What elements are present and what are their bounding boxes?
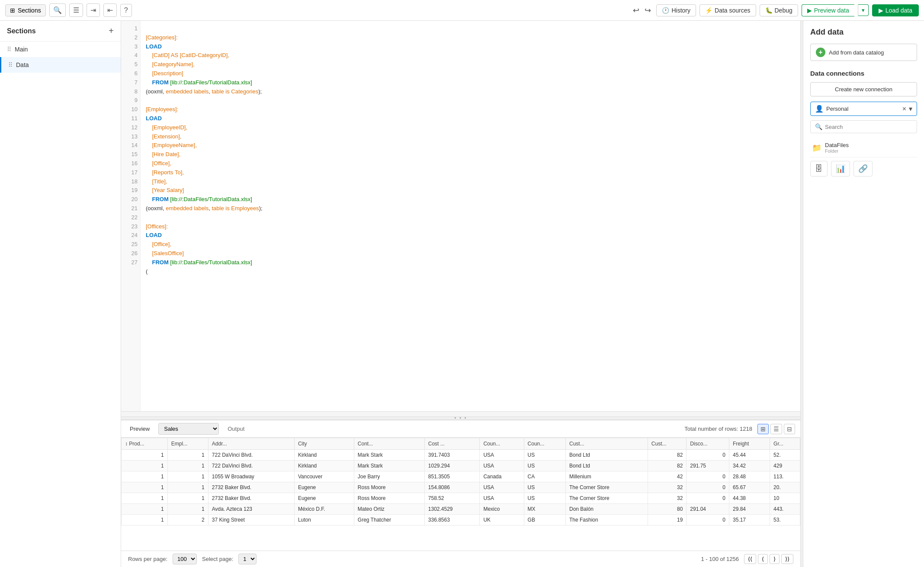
table-cell: 1055 W Broadway — [208, 471, 294, 482]
table-cell: 19 — [648, 515, 686, 525]
preview-dropdown-button[interactable]: ▾ — [858, 4, 869, 16]
table-cell: Millenium — [565, 471, 648, 482]
table-row: 11722 DaVinci Blvd.KirklandMark Stark102… — [122, 461, 800, 471]
code-content[interactable]: [Categories]: LOAD [CatID] AS [CatID-Cat… — [141, 21, 800, 411]
scope-clear-button[interactable]: × — [902, 105, 906, 113]
table-cell: 42 — [648, 471, 686, 482]
table-cell: 82 — [648, 461, 686, 471]
table-row: 1237 King StreetLutonGreg Thatcher336.85… — [122, 515, 800, 525]
table-cell: 291.04 — [687, 504, 729, 515]
table-cell: 10 — [770, 493, 800, 504]
grid-view-button[interactable]: ⊞ — [757, 424, 769, 434]
scope-arrow-button[interactable]: ▾ — [909, 105, 912, 113]
undo-button[interactable]: ↩ — [631, 4, 641, 17]
folder-icon: 📁 — [812, 143, 821, 153]
col-header-cont[interactable]: Cont... — [354, 438, 424, 450]
table-row: 112732 Baker Blvd.EugeneRoss Moore758.52… — [122, 493, 800, 504]
datasources-button[interactable]: ⚡ Data sources — [699, 4, 756, 16]
table-cell: US — [524, 450, 565, 461]
add-section-button[interactable]: + — [109, 26, 114, 36]
col-header-cust1[interactable]: Cust... — [565, 438, 648, 450]
debug-label: Debug — [775, 7, 792, 14]
table-cell: 1 — [122, 493, 168, 504]
select-page-select[interactable]: 1 2 — [238, 554, 257, 564]
conn-icon-btn-3[interactable]: 🔗 — [853, 161, 873, 176]
table-cell: The Corner Store — [565, 493, 648, 504]
col-header-city[interactable]: City — [294, 438, 354, 450]
col-header-disco[interactable]: Disco... — [687, 438, 729, 450]
load-label: Load data — [886, 7, 912, 14]
table-cell: MX — [524, 504, 565, 515]
toggle-sidebar-button[interactable]: ☰ — [69, 3, 83, 17]
table-cell: 1302.4529 — [424, 504, 480, 515]
table-cell: 52. — [770, 450, 800, 461]
load-data-button[interactable]: ▶ Load data — [872, 4, 919, 16]
data-table-container[interactable]: ↕ Prod... Empl... Addr... City Cont... C… — [121, 438, 800, 551]
table-cell: Mateo Ortiz — [354, 504, 424, 515]
col-header-freight[interactable]: Freight — [729, 438, 770, 450]
table-cell: 291.75 — [687, 461, 729, 471]
tile-view-button[interactable]: ⊟ — [784, 424, 795, 434]
table-cell: 758.52 — [424, 493, 480, 504]
help-button[interactable]: ? — [120, 4, 132, 17]
sections-button[interactable]: ⊞ Sections — [5, 4, 46, 16]
view-buttons: ⊞ ☰ ⊟ — [757, 424, 795, 434]
datasources-icon: ⚡ — [705, 7, 712, 14]
first-page-button[interactable]: ⟨⟨ — [744, 554, 756, 564]
sidebar-title: Sections — [7, 27, 36, 35]
redo-button[interactable]: ↪ — [643, 4, 653, 17]
folder-item-datafiles[interactable]: 📁 DataFiles Folder — [810, 138, 917, 157]
table-cell: 336.8563 — [424, 515, 480, 525]
grid-icon: ⊞ — [10, 7, 15, 14]
output-tab-button[interactable]: Output — [224, 424, 248, 434]
sidebar-item-data[interactable]: ⠿ Data 🗑 — [0, 57, 121, 73]
history-button[interactable]: 🕐 History — [656, 4, 696, 16]
next-page-button[interactable]: ⟩ — [770, 554, 780, 564]
sidebar-item-label: Data — [16, 61, 104, 68]
sidebar-item-main[interactable]: ⠿ Main — [0, 42, 121, 57]
pagination-bar: Rows per page: 100 50 200 Select page: 1… — [121, 551, 800, 567]
table-cell: Bond Ltd — [565, 461, 648, 471]
table-cell: 80 — [648, 504, 686, 515]
prev-page-button[interactable]: ⟨ — [758, 554, 768, 564]
col-header-prod[interactable]: ↕ Prod... — [122, 438, 168, 450]
table-cell: 65.67 — [729, 482, 770, 493]
search-input[interactable] — [825, 124, 912, 130]
create-connection-button[interactable]: Create new connection — [810, 82, 917, 96]
table-cell: GB — [524, 515, 565, 525]
table-cell: Greg Thatcher — [354, 515, 424, 525]
table-cell: 154.8086 — [424, 482, 480, 493]
rows-per-page-select[interactable]: 100 50 200 — [173, 554, 197, 564]
add-catalog-button[interactable]: + Add from data catalog — [810, 44, 917, 61]
col-header-coun2[interactable]: Coun... — [524, 438, 565, 450]
preview-tab-button[interactable]: Preview — [126, 424, 153, 434]
preview-data-button[interactable]: ▶ Preview data — [802, 4, 854, 16]
table-row: 112732 Baker Blvd.EugeneRoss Moore154.80… — [122, 482, 800, 493]
last-page-button[interactable]: ⟩⟩ — [781, 554, 793, 564]
table-cell: 443. — [770, 504, 800, 515]
table-cell: USA — [480, 450, 524, 461]
sidebar: Sections + ⠿ Main ⠿ Data 🗑 — [0, 21, 121, 567]
conn-icon-btn-2[interactable]: 📊 — [831, 161, 850, 176]
list-view-button[interactable]: ☰ — [770, 424, 782, 434]
table-cell: 37 King Street — [208, 515, 294, 525]
outdent-button[interactable]: ⇤ — [103, 3, 117, 17]
col-header-cust2[interactable]: Cust... — [648, 438, 686, 450]
indent-button[interactable]: ⇥ — [87, 3, 100, 17]
resize-handle[interactable]: • • • — [121, 416, 800, 420]
table-cell: USA — [480, 493, 524, 504]
conn-icon-btn-1[interactable]: 🗄 — [810, 161, 828, 176]
col-header-cost[interactable]: Cost ... — [424, 438, 480, 450]
col-header-coun1[interactable]: Coun... — [480, 438, 524, 450]
table-cell: 1 — [122, 450, 168, 461]
col-header-addr[interactable]: Addr... — [208, 438, 294, 450]
table-cell: 1 — [167, 504, 208, 515]
col-header-empl[interactable]: Empl... — [167, 438, 208, 450]
debug-button[interactable]: 🐛 Debug — [760, 4, 798, 16]
table-cell: US — [524, 461, 565, 471]
col-header-gr[interactable]: Gr... — [770, 438, 800, 450]
editor-area[interactable]: 12345 678910 1112131415 1617181920 21222… — [121, 21, 800, 411]
search-toolbar-button[interactable]: 🔍 — [49, 3, 66, 17]
table-cell: Vancouver — [294, 471, 354, 482]
table-select[interactable]: Sales — [158, 423, 219, 435]
